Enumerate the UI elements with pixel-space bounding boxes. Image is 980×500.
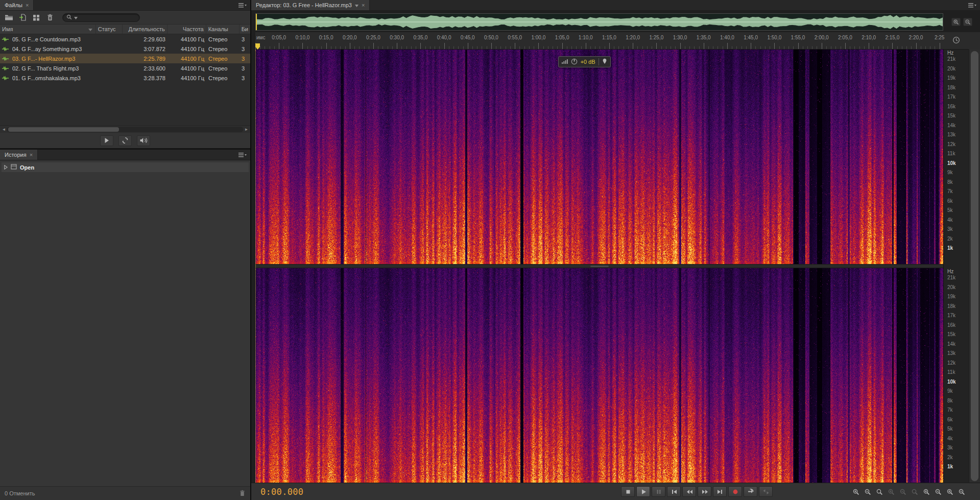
ruler-label: 0:45,0 [461, 35, 475, 40]
panel-menu-icon[interactable] [237, 152, 248, 158]
ruler-label: 0:15,0 [319, 35, 333, 40]
skip-selection-button[interactable] [759, 486, 773, 497]
media-browser-icon[interactable] [31, 12, 42, 22]
divider-grip[interactable] [590, 266, 609, 267]
vertical-scrollbar-thumb[interactable] [971, 51, 978, 481]
record-button[interactable] [728, 486, 742, 497]
freq-label: 7k [947, 407, 953, 413]
file-name-cell: 04. G F...ay Something.mp3 [10, 46, 96, 52]
files-horizontal-scrollbar[interactable]: ◄ ► [0, 125, 250, 133]
pin-hud-icon[interactable] [602, 58, 607, 65]
next-button[interactable] [713, 486, 727, 497]
disclosure-triangle-icon[interactable] [4, 164, 8, 171]
tab-editor[interactable]: Редактор: 03. G Free - HellRazor.mp3 × [251, 0, 370, 10]
files-tabbar: Файлы × [0, 0, 250, 11]
close-icon[interactable]: × [26, 2, 29, 8]
vertical-scrollbar[interactable] [969, 50, 980, 483]
waveform-file-icon [0, 76, 10, 81]
zoom-in-point-button[interactable] [886, 487, 896, 497]
fast-forward-button[interactable] [698, 486, 711, 497]
file-row[interactable]: 02. G F... That's Right.mp32:33.60044100… [0, 63, 250, 73]
stop-button[interactable] [621, 486, 635, 497]
zoom-in-full-button[interactable] [850, 487, 861, 497]
tab-history[interactable]: История × [0, 150, 38, 160]
gain-knob-icon[interactable] [571, 58, 578, 66]
preview-play-button[interactable] [100, 135, 113, 146]
file-bits-cell: 3 [240, 75, 250, 81]
zoom-out-time-button[interactable] [933, 487, 943, 497]
chevron-down-icon[interactable] [74, 14, 78, 20]
panel-menu-icon[interactable] [237, 2, 248, 9]
file-bits-cell: 3 [240, 46, 250, 52]
file-duration-cell: 2:25.789 [123, 56, 168, 62]
hud-gain-value[interactable]: +0 dB [581, 59, 595, 65]
open-file-icon[interactable] [3, 12, 14, 22]
scrollbar-thumb[interactable] [8, 127, 119, 132]
chevron-down-icon[interactable] [355, 2, 358, 8]
freq-label: 2k [947, 236, 953, 242]
prev-button[interactable] [667, 486, 681, 497]
preview-autoplay-button[interactable] [137, 135, 150, 146]
overview-zoom-out-button[interactable] [963, 18, 972, 26]
file-bits-cell: 3 [240, 56, 250, 62]
column-header-rate[interactable]: Частота [168, 25, 206, 34]
column-header-bits[interactable]: Би [240, 25, 250, 34]
column-header-duration[interactable]: Длительность [123, 25, 168, 34]
search-input[interactable] [62, 13, 140, 22]
ruler-label: 1:15,0 [602, 35, 616, 40]
zoom-out-point-button[interactable] [897, 487, 908, 497]
waveform-overview[interactable] [255, 13, 943, 31]
file-row[interactable]: 05. G F...e Countdown.mp32:29.60344100 Г… [0, 34, 250, 44]
volume-hud[interactable]: +0 dB [558, 56, 611, 67]
channel-divider[interactable] [255, 264, 943, 268]
file-duration-cell: 2:29.603 [123, 36, 168, 42]
panel-menu-icon[interactable] [967, 2, 977, 9]
ruler-unit-label: имс [256, 35, 265, 40]
frequency-gutter: Hz21k20k19k18k17k16k15k14k13k12k11k10k9k… [943, 50, 969, 483]
zoom-reset-button[interactable] [909, 487, 920, 497]
spectrogram-right-channel[interactable] [255, 268, 943, 483]
zoom-out-amplitude-button[interactable] [956, 487, 967, 497]
file-row[interactable]: 03. G F...- HellRazor.mp32:25.78944100 Г… [0, 54, 250, 63]
rewind-button[interactable] [682, 486, 696, 497]
column-header-channels[interactable]: Каналы [206, 25, 240, 34]
zoom-in-time-button[interactable] [921, 487, 931, 497]
spectrogram-left-channel[interactable] [255, 50, 943, 264]
timeline-ruler[interactable]: имс 0:05,00:10,00:15,00:20,00:25,00:30,0… [255, 32, 943, 50]
loop-button[interactable] [744, 486, 757, 497]
play-button[interactable] [636, 486, 650, 497]
file-row[interactable]: 01. G F...omshakalaka.mp33:28.37844100 Г… [0, 73, 250, 83]
ruler-label: 1:40,0 [720, 35, 734, 40]
preview-loop-button[interactable] [118, 135, 132, 146]
close-icon[interactable]: × [30, 152, 33, 158]
spectrogram-canvas-left[interactable] [255, 50, 943, 264]
zoom-out-full-button[interactable] [862, 487, 873, 497]
freq-label: 8k [947, 179, 953, 185]
freq-label: 8k [947, 398, 953, 403]
time-format-icon[interactable] [952, 36, 960, 45]
pause-button[interactable] [652, 486, 665, 497]
column-header-status[interactable]: Статус [96, 25, 123, 34]
scroll-right-icon[interactable]: ► [243, 126, 250, 133]
import-file-icon[interactable] [17, 12, 28, 22]
overview-canvas[interactable] [256, 14, 943, 30]
scroll-left-icon[interactable]: ◄ [1, 126, 7, 133]
file-rate-cell: 44100 Гц [168, 75, 206, 81]
scrollbar-track[interactable] [7, 127, 243, 132]
playhead-line [255, 50, 256, 483]
overview-zoom-in-button[interactable] [951, 18, 961, 26]
freq-label: 4k [947, 217, 953, 223]
zoom-selection-button[interactable] [874, 487, 885, 497]
spectrogram-canvas-right[interactable] [255, 268, 943, 483]
file-row[interactable]: 04. G F...ay Something.mp33:07.87244100 … [0, 44, 250, 54]
trash-icon[interactable] [44, 12, 56, 22]
history-item[interactable]: Open [2, 162, 249, 172]
close-icon[interactable]: × [362, 2, 365, 8]
column-header-name[interactable]: Имя [0, 25, 96, 34]
ruler-label: 2:05,0 [838, 35, 852, 40]
trash-icon[interactable] [239, 490, 246, 497]
time-display[interactable]: 0:00.000 [260, 487, 303, 497]
tab-files[interactable]: Файлы × [0, 0, 34, 10]
zoom-in-amplitude-button[interactable] [944, 487, 955, 497]
freq-label: 9k [947, 388, 953, 394]
